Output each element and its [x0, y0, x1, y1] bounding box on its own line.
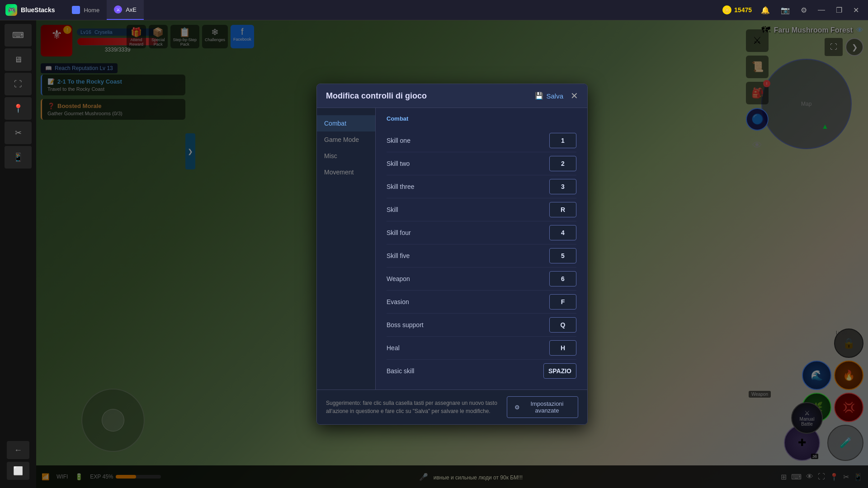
titlebar: 🎮 BlueStacks Home ⚔ AxE 🪙 15475 🔔 📷 ⚙ — …: [0, 0, 868, 20]
sidebar-btn-cut[interactable]: ✂: [5, 122, 32, 144]
keybind-row-basic-skill: Basic skillSPAZIO: [387, 360, 576, 382]
keybind-key-skill[interactable]: R: [549, 202, 576, 217]
keybind-label-skill-three: Skill three: [387, 183, 414, 190]
titlebar-tabs: Home ⚔ AxE: [65, 0, 144, 20]
close-modal-button[interactable]: ✕: [571, 90, 578, 101]
keybind-content: Combat Skill one1Skill two2Skill three3S…: [376, 108, 587, 389]
keybind-row-skill-three: Skill three3: [387, 175, 576, 198]
sidebar-footer: ← ⬜: [7, 441, 29, 484]
minimize-button[interactable]: —: [816, 4, 827, 16]
keybind-label-skill-two: Skill two: [387, 160, 410, 167]
keybind-label-heal: Heal: [387, 344, 400, 352]
settings-icon[interactable]: ⚙: [799, 4, 809, 16]
keybind-key-skill-five[interactable]: 5: [549, 248, 576, 263]
keybind-label-skill-one: Skill one: [387, 137, 410, 144]
tab-home[interactable]: Home: [65, 0, 107, 20]
keybind-label-evasion: Evasion: [387, 298, 409, 305]
keybind-modal: Modifica controlli di gioco 💾 Salva ✕ Co…: [316, 84, 588, 425]
keybind-key-skill-three[interactable]: 3: [549, 179, 576, 194]
keybind-row-skill-two: Skill two2: [387, 152, 576, 175]
modal-overlay: Modifica controlli di gioco 💾 Salva ✕ Co…: [36, 20, 868, 488]
nav-item-game-mode[interactable]: Game Mode: [317, 131, 375, 148]
modal-footer: Suggerimento: fare clic sulla casella ta…: [317, 389, 587, 424]
modal-body: Combat Game Mode Misc Movement Combat: [317, 108, 587, 389]
keybind-label-boss-support: Boss support: [387, 321, 424, 328]
section-combat-label: Combat: [387, 115, 576, 122]
axe-tab-icon: ⚔: [114, 5, 122, 14]
home-tab-icon: [72, 6, 80, 14]
keybind-row-weapon: Weapon6: [387, 267, 576, 291]
keybind-key-heal[interactable]: H: [549, 340, 576, 356]
modal-sidebar-nav: Combat Game Mode Misc Movement: [317, 108, 376, 389]
keybind-key-basic-skill[interactable]: SPAZIO: [543, 363, 576, 379]
modal-header: Modifica controlli di gioco 💾 Salva ✕: [317, 84, 587, 108]
gear-advanced-icon: ⚙: [514, 404, 520, 411]
keybind-key-skill-four[interactable]: 4: [549, 225, 576, 240]
modal-title: Modifica controlli di gioco: [326, 91, 427, 101]
keybind-row-boss-support: Boss supportQ: [387, 314, 576, 337]
keybind-row-skill-four: Skill four4: [387, 221, 576, 244]
camera-icon[interactable]: 📷: [779, 4, 792, 16]
sidebar-btn-fullscreen[interactable]: ⛶: [5, 73, 32, 95]
keybind-row-evasion: EvasionF: [387, 291, 576, 314]
save-button[interactable]: 💾 Salva: [535, 92, 563, 100]
keybind-key-skill-two[interactable]: 2: [549, 156, 576, 171]
sidebar-btn-location[interactable]: 📍: [5, 97, 32, 120]
keybind-label-skill-five: Skill five: [387, 252, 410, 259]
keybind-label-weapon: Weapon: [387, 275, 410, 282]
sidebar-btn-phone[interactable]: 📱: [5, 146, 32, 169]
home-button[interactable]: ⬜: [7, 462, 29, 480]
sidebar-btn-display[interactable]: 🖥: [5, 48, 32, 71]
nav-item-movement[interactable]: Movement: [317, 164, 375, 180]
floppy-icon: 💾: [535, 92, 543, 100]
coins-display: 🪙 15475: [722, 5, 752, 14]
keybind-row-skill-five: Skill five5: [387, 244, 576, 267]
keybind-label-skill: Skill: [387, 206, 398, 213]
brand-name: BlueStacks: [21, 6, 55, 14]
advanced-settings-button[interactable]: ⚙ Impostazioni avanzate: [507, 396, 578, 418]
keybind-label-skill-four: Skill four: [387, 229, 411, 236]
keybind-row-heal: HealH: [387, 337, 576, 360]
restore-button[interactable]: ❐: [834, 4, 844, 16]
keybind-row-skill-one: Skill one1: [387, 129, 576, 152]
coins-amount: 15475: [734, 6, 752, 14]
bluestacks-logo: 🎮 BlueStacks: [0, 4, 60, 16]
back-button[interactable]: ←: [7, 441, 29, 459]
keybind-key-weapon[interactable]: 6: [549, 271, 576, 286]
modal-header-actions: 💾 Salva ✕: [535, 90, 578, 101]
keybind-key-boss-support[interactable]: Q: [549, 317, 576, 333]
game-area: ⚜ ! Lv16 Cryselia 3339/3339 📖 Reach Repu…: [36, 20, 868, 488]
keybind-row-skill: SkillR: [387, 198, 576, 221]
notification-icon[interactable]: 🔔: [759, 4, 772, 16]
close-button[interactable]: ✕: [851, 4, 861, 16]
footer-hint-text: Suggerimento: fare clic sulla casella ta…: [326, 399, 507, 415]
keybind-label-basic-skill: Basic skill: [387, 367, 414, 375]
nav-item-combat[interactable]: Combat: [317, 115, 375, 131]
left-sidebar: ⌨ 🖥 ⛶ 📍 ✂ 📱 ← ⬜: [0, 20, 36, 488]
tab-axe[interactable]: ⚔ AxE: [107, 0, 144, 20]
coin-icon: 🪙: [722, 5, 731, 14]
bluestacks-icon: 🎮: [5, 4, 17, 16]
keybind-key-evasion[interactable]: F: [549, 294, 576, 310]
titlebar-right: 🪙 15475 🔔 📷 ⚙ — ❐ ✕: [722, 4, 868, 16]
keybind-list: Skill one1Skill two2Skill three3SkillRSk…: [387, 129, 576, 382]
nav-item-misc[interactable]: Misc: [317, 148, 375, 164]
sidebar-btn-keyboard[interactable]: ⌨: [5, 24, 32, 47]
keybind-key-skill-one[interactable]: 1: [549, 133, 576, 148]
